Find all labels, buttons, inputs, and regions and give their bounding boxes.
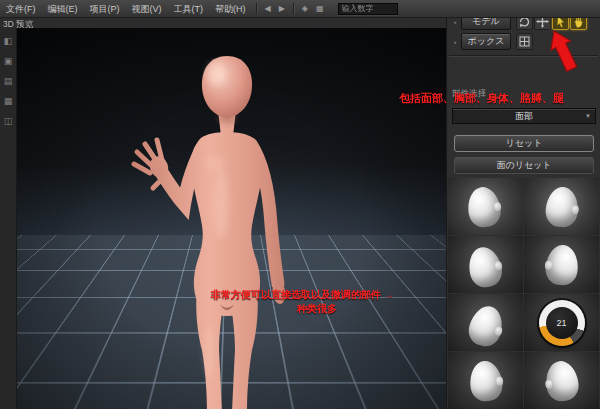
toolbar-separator (256, 3, 257, 14)
head-preview (465, 184, 502, 228)
adjust-dial[interactable]: 21 (539, 300, 585, 346)
menubar: 文件(F) 编辑(E) 项目(P) 视图(V) 工具(T) 帮助(H) ◀ ▶ … (0, 0, 600, 18)
back-icon[interactable]: ◀ (261, 4, 275, 13)
box-grid-icon[interactable] (516, 33, 533, 50)
left-toolbar: ◧ ▣ ▤ ▦ ◫ (0, 28, 17, 409)
annotation-variety-note: 种类很多 (297, 302, 337, 316)
head-thumbnail[interactable] (524, 352, 599, 409)
head-preview (543, 358, 580, 402)
annotation-arrow-icon (540, 27, 594, 79)
chevron-down-icon: ▼ (585, 113, 591, 119)
box-button[interactable]: ボックス (461, 33, 511, 50)
annotation-convenient-note: 非常方便可以直接选取以及微调的部件 → (211, 288, 394, 302)
face-reset-button[interactable]: 面のリセット (454, 157, 594, 174)
scene-icon[interactable]: ◧ (4, 36, 13, 46)
camera-icon[interactable]: ▣ (4, 56, 13, 66)
number-input[interactable] (338, 3, 398, 15)
head-preview (465, 244, 505, 290)
forward-icon[interactable]: ▶ (275, 4, 289, 13)
head-preview (544, 185, 579, 228)
grid-icon[interactable]: ▦ (4, 96, 13, 106)
toolbar-separator (293, 3, 294, 14)
thumbnail-grid: 21 (448, 178, 600, 409)
head-thumbnail[interactable] (448, 352, 523, 409)
head-thumbnail[interactable] (448, 178, 523, 235)
dial-value: 21 (546, 307, 578, 339)
part-dropdown-value: 面部 (515, 110, 533, 123)
menu-edit[interactable]: 编辑(E) (42, 0, 84, 18)
menu-file[interactable]: 文件(F) (0, 0, 42, 18)
model-bullet-icon: ● (451, 19, 459, 25)
head-thumbnail[interactable] (524, 236, 599, 293)
part-dropdown[interactable]: 面部 ▼ (452, 108, 596, 124)
head-thumbnail[interactable] (524, 178, 599, 235)
box-bullet-icon: ● (451, 39, 459, 45)
menu-tools[interactable]: 工具(T) (168, 0, 210, 18)
mannequin-figure[interactable] (117, 52, 337, 409)
menu-project[interactable]: 项目(P) (84, 0, 126, 18)
menu-help[interactable]: 帮助(H) (209, 0, 252, 18)
app-window: 文件(F) 编辑(E) 项目(P) 视图(V) 工具(T) 帮助(H) ◀ ▶ … (0, 0, 600, 409)
grid-toggle-icon[interactable]: ▦ (312, 4, 328, 13)
mirror-icon[interactable]: ◫ (4, 116, 13, 126)
layers-icon[interactable]: ▤ (4, 76, 13, 86)
head-preview (544, 243, 579, 286)
head-thumbnail[interactable] (448, 236, 523, 293)
head-preview (465, 302, 507, 349)
viewport-3d[interactable] (17, 28, 446, 409)
head-thumbnail[interactable]: 21 (524, 294, 599, 351)
menu-view[interactable]: 视图(V) (126, 0, 168, 18)
head-preview (467, 359, 503, 402)
annotation-parts-note: 包括面部、胸部、身体、胳膊、腿 (399, 91, 564, 106)
reset-button[interactable]: リセット (454, 135, 594, 152)
box-tool-group (516, 33, 533, 50)
reset-view-icon[interactable]: ◈ (298, 4, 312, 13)
head-thumbnail[interactable] (448, 294, 523, 351)
